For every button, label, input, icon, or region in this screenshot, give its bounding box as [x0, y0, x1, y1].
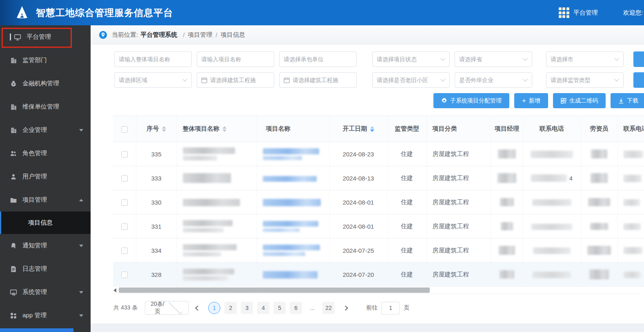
cell-start-date: 2024-08-01 [329, 214, 387, 238]
row-checkbox[interactable] [121, 272, 128, 278]
nonlocal-enterprise-input[interactable] [459, 77, 522, 83]
redacted-phone2 [624, 223, 641, 230]
filter-supervision-type-select[interactable] [546, 72, 624, 88]
subsystem-assign-button[interactable]: 子系统项目分配管理 [433, 93, 509, 108]
sidebar-item-app-mgmt[interactable]: app 管理 [0, 304, 91, 327]
page-button-5[interactable]: 5 [273, 302, 286, 314]
cell-start-date: 2024-08-01 [329, 190, 387, 214]
page-button-3[interactable]: 3 [241, 302, 253, 314]
filter-province-select[interactable] [455, 51, 532, 67]
generate-qrcode-button[interactable]: 生成二维码 [553, 93, 606, 108]
redacted-phone [533, 247, 571, 254]
cell-supervision-type: 住建 [387, 263, 426, 287]
page-button-2[interactable]: 2 [224, 302, 237, 314]
redacted-phone2 [624, 151, 643, 158]
city-input[interactable] [551, 56, 613, 62]
construction-date-start-input[interactable] [210, 77, 270, 83]
goto-page-input[interactable] [381, 302, 400, 314]
breadcrumb-section[interactable]: 项目管理 [188, 31, 212, 39]
sidebar-item-maintenance-units[interactable]: 维保单位管理 [0, 95, 91, 118]
sidebar-item-user-mgmt[interactable]: 用户管理 [0, 165, 91, 188]
col-manager: 项目经理 [495, 125, 519, 132]
redacted-project-name-link[interactable] [263, 271, 318, 279]
sidebar-item-label: 日志管理 [22, 265, 47, 273]
redacted-project-name-link[interactable] [263, 199, 321, 206]
building-icon [10, 57, 17, 64]
cell-start-date: 2024-08-13 [329, 166, 387, 190]
page-size-select[interactable]: 20条/页 [145, 301, 189, 315]
sidebar-item-financial-institutions[interactable]: 金融机构管理 [0, 72, 91, 95]
contractor-input[interactable] [284, 56, 352, 62]
chevron-down-icon [182, 77, 187, 81]
sidebar-subitem-project-info[interactable]: 项目信息 [0, 212, 91, 234]
filter-project-status-select[interactable] [372, 51, 450, 67]
row-checkbox[interactable] [121, 247, 128, 254]
construction-date-end-input[interactable] [293, 77, 352, 83]
search-button[interactable] [633, 51, 644, 67]
row-checkbox[interactable] [121, 223, 128, 230]
filter-overall-project-name[interactable] [114, 51, 192, 67]
filter-contractor-select[interactable] [279, 51, 357, 67]
redacted-manager [499, 246, 515, 255]
row-checkbox[interactable] [121, 151, 128, 158]
project-status-input[interactable] [377, 56, 440, 62]
sidebar-item-role-mgmt[interactable]: 角色管理 [0, 142, 91, 165]
redacted-project-name-link[interactable] [263, 221, 318, 232]
province-input[interactable] [459, 56, 522, 62]
filter-construction-date-end[interactable] [279, 72, 357, 88]
sidebar-item-supervision-dept[interactable]: 监管部门 [0, 49, 91, 72]
old-community-input[interactable] [377, 77, 440, 83]
col-seq: 序号 [147, 125, 159, 132]
row-checkbox[interactable] [121, 175, 128, 182]
apps-grid-icon[interactable] [559, 7, 569, 18]
sidebar-item-system-mgmt[interactable]: 系统管理 [0, 281, 91, 304]
sidebar-item-label: 用户管理 [22, 173, 47, 180]
redacted-project-name-link[interactable] [263, 245, 320, 256]
filter-old-community-select[interactable] [372, 72, 450, 88]
sidebar-item-log-mgmt[interactable]: 日志管理 [0, 257, 91, 281]
sidebar-item-platform[interactable]: 平台管理 [0, 25, 91, 49]
supervision-type-input[interactable] [551, 77, 613, 83]
filter-city-select[interactable] [546, 51, 624, 67]
sidebar-item-project-mgmt[interactable]: 项目管理 [0, 188, 91, 212]
chevron-down-icon [523, 56, 527, 60]
sidebar-item-enterprise-mgmt[interactable]: 企业管理 [0, 118, 91, 142]
next-page-button[interactable] [339, 302, 351, 314]
download-button[interactable]: 下载 [611, 93, 644, 108]
breadcrumb-root[interactable]: 平台管理系统 [140, 31, 177, 39]
redacted-phone [531, 224, 572, 230]
page-button-4[interactable]: 4 [257, 302, 269, 314]
redacted-manager [501, 222, 513, 230]
page-button-1[interactable]: 1 [208, 302, 220, 314]
redacted-labor-officer [588, 198, 610, 206]
horizontal-scrollbar-thumb[interactable] [119, 287, 430, 293]
filter-nonlocal-enterprise-select[interactable] [455, 72, 532, 88]
header-platform-nav[interactable]: 平台管理 [573, 9, 598, 17]
page-button-22[interactable]: 22 [322, 302, 335, 314]
filter-region-select[interactable] [114, 72, 192, 88]
page-ellipsis[interactable]: ... [306, 302, 318, 314]
chevron-down-icon [79, 245, 83, 247]
sidebar-item-label: 企业管理 [22, 126, 47, 134]
sort-seq[interactable] [162, 126, 166, 132]
redacted-project-name-link[interactable] [263, 176, 317, 182]
sort-start-date[interactable] [370, 126, 374, 132]
region-input[interactable] [119, 77, 182, 83]
chevron-down-icon [79, 129, 83, 131]
page-button-6[interactable]: 6 [290, 302, 302, 314]
breadcrumb-page[interactable]: 项目信息 [221, 31, 245, 39]
sidebar-item-notice-mgmt[interactable]: 通知管理 [0, 234, 91, 257]
select-all-checkbox[interactable] [121, 126, 128, 133]
scroll-left-arrow-icon[interactable] [113, 288, 116, 292]
project-name-input[interactable] [201, 56, 270, 62]
col-phone: 联系电话 [540, 125, 564, 132]
row-checkbox[interactable] [121, 199, 128, 206]
add-button[interactable]: + 新增 [514, 93, 548, 108]
filter-construction-date-start[interactable] [197, 72, 274, 88]
overall-project-name-input[interactable] [119, 56, 187, 62]
filter-project-name[interactable] [197, 51, 274, 67]
prev-page-button[interactable] [191, 302, 204, 314]
sort-overall-name[interactable] [222, 126, 227, 132]
reset-button[interactable] [633, 72, 644, 88]
redacted-project-name-link[interactable] [263, 148, 319, 160]
